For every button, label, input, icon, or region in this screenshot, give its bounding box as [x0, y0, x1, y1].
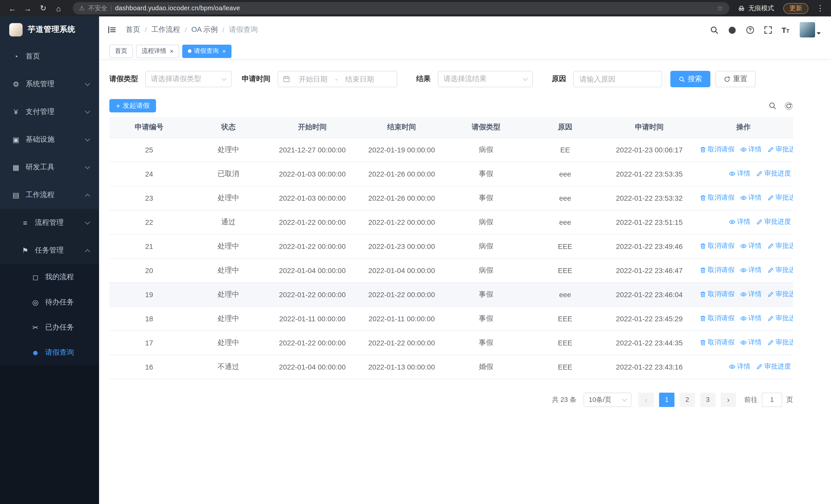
forward-button[interactable]: →: [22, 2, 34, 14]
detail-link[interactable]: 详情: [740, 314, 762, 323]
sidebar-item-payment[interactable]: ¥支付管理: [0, 98, 99, 126]
sidebar-item-infrastructure[interactable]: ▣基础设施: [0, 126, 99, 153]
tab-close-icon[interactable]: ×: [170, 48, 173, 55]
fullscreen-icon[interactable]: [764, 25, 772, 34]
sidebar-item-done-tasks[interactable]: ✂已办任务: [0, 315, 99, 340]
page-size-select[interactable]: 10条/页: [583, 392, 631, 407]
cancel-leave-link[interactable]: 取消请假: [699, 241, 735, 251]
security-label[interactable]: 不安全: [88, 4, 108, 12]
cancel-leave-link[interactable]: 取消请假: [699, 290, 735, 299]
detail-link[interactable]: 详情: [740, 145, 762, 154]
collapse-menu-icon[interactable]: [107, 25, 116, 34]
cell-apply-id: 21: [109, 234, 189, 258]
column-header: 开始时间: [268, 117, 357, 138]
detail-link[interactable]: 详情: [740, 290, 762, 299]
sidebar-item-label: 支付管理: [26, 107, 54, 117]
edit-icon: [756, 219, 763, 225]
goto-page-input[interactable]: [762, 392, 782, 407]
sidebar-item-todo-tasks[interactable]: ◎待办任务: [0, 290, 99, 315]
page-button-1[interactable]: 1: [659, 392, 675, 407]
reason-input[interactable]: [573, 71, 662, 87]
end-date-input[interactable]: [339, 75, 381, 83]
back-button[interactable]: ←: [6, 2, 19, 14]
sidebar-item-task-mgmt[interactable]: ⚑任务管理: [0, 237, 99, 264]
sidebar-item-workflow[interactable]: ▤工作流程: [0, 181, 99, 209]
cancel-leave-link[interactable]: 取消请假: [699, 193, 735, 203]
create-leave-button[interactable]: + 发起请假: [109, 99, 156, 112]
approval-progress-link[interactable]: 审批进度: [767, 193, 793, 203]
breadcrumb-item[interactable]: 工作流程: [151, 25, 180, 34]
approval-progress-link[interactable]: 审批进度: [767, 314, 793, 323]
next-page-button[interactable]: ›: [721, 392, 736, 407]
help-icon[interactable]: [746, 25, 754, 34]
table-refresh-icon[interactable]: [784, 101, 793, 110]
search-icon[interactable]: [710, 25, 718, 34]
detail-link[interactable]: 详情: [729, 217, 750, 227]
approval-progress-link[interactable]: 审批进度: [756, 169, 791, 178]
app-logo[interactable]: 芋道管理系统: [0, 17, 99, 42]
approval-progress-link[interactable]: 审批进度: [767, 290, 793, 299]
approval-progress-link[interactable]: 审批进度: [756, 362, 791, 371]
start-date-input[interactable]: [292, 75, 334, 83]
cell-end-time: 2022-01-19 00:00:00: [357, 138, 447, 162]
leave-type-select[interactable]: 请选择请假类型: [145, 71, 231, 87]
my-process-icon: ◻: [31, 273, 40, 281]
breadcrumb-item[interactable]: OA 示例: [192, 25, 218, 34]
browser-home-button[interactable]: ⌂: [52, 2, 65, 14]
approval-progress-link[interactable]: 审批进度: [767, 266, 793, 275]
tab-close-icon[interactable]: ×: [222, 48, 226, 55]
sidebar-item-home[interactable]: ◔首页: [0, 42, 99, 70]
detail-link[interactable]: 详情: [740, 241, 762, 251]
breadcrumb-item[interactable]: 首页: [126, 25, 140, 34]
leave-table: 申请编号状态开始时间结束时间请假类型原因申请时间操作 25处理中2021-12-…: [109, 117, 793, 379]
approval-progress-link[interactable]: 审批进度: [767, 338, 793, 347]
sidebar-item-process-mgmt[interactable]: ≡流程管理: [0, 209, 99, 237]
column-header: 操作: [694, 117, 793, 138]
refresh-icon: [724, 76, 730, 82]
sidebar-item-devtools[interactable]: ▦研发工具: [0, 153, 99, 181]
bookmark-star-icon[interactable]: ☆: [717, 4, 723, 12]
browser-menu-icon[interactable]: ⋮: [815, 4, 825, 13]
page-button-3[interactable]: 3: [700, 392, 716, 407]
font-size-large-glyph: T: [781, 26, 786, 34]
detail-link-label: 详情: [748, 145, 762, 154]
result-select[interactable]: 请选择流结果: [438, 71, 533, 87]
address-bar[interactable]: ⚠ 不安全 dashboard.yudao.iocoder.cn/bpm/oa/…: [73, 2, 729, 14]
sidebar-item-leave-query[interactable]: ☻请假查询: [0, 340, 99, 365]
url-text[interactable]: dashboard.yudao.iocoder.cn/bpm/oa/leave: [115, 5, 240, 12]
table-search-icon[interactable]: [768, 101, 777, 110]
edit-icon: [756, 363, 763, 370]
approval-progress-link[interactable]: 审批进度: [767, 145, 793, 154]
update-button[interactable]: 更新: [783, 3, 808, 13]
cancel-leave-link[interactable]: 取消请假: [699, 314, 735, 323]
cancel-leave-link[interactable]: 取消请假: [699, 338, 735, 347]
github-icon[interactable]: [727, 25, 736, 34]
chevron-up-icon: [85, 249, 90, 254]
user-menu[interactable]: [800, 22, 821, 37]
date-range-separator: -: [335, 75, 338, 83]
font-size-icon[interactable]: TT: [781, 26, 790, 34]
approval-progress-link[interactable]: 审批进度: [767, 241, 793, 251]
tab-process-detail[interactable]: 流程详情×: [136, 45, 179, 58]
detail-link[interactable]: 详情: [729, 362, 750, 371]
reload-button[interactable]: ↻: [37, 2, 49, 14]
detail-link[interactable]: 详情: [729, 169, 750, 178]
cell-leave-type: 病假: [447, 138, 525, 162]
detail-link[interactable]: 详情: [740, 266, 762, 275]
cell-apply-time: 2022-01-22 23:46:04: [605, 282, 694, 306]
sidebar-item-system[interactable]: ⚙系统管理: [0, 70, 99, 98]
detail-link[interactable]: 详情: [740, 338, 762, 347]
detail-link[interactable]: 详情: [740, 193, 762, 203]
reset-button[interactable]: 重置: [716, 71, 755, 87]
tab-leave-query[interactable]: 请假查询×: [182, 45, 231, 58]
cancel-leave-link[interactable]: 取消请假: [699, 145, 735, 154]
sidebar-item-my-process[interactable]: ◻我的流程: [0, 264, 99, 290]
cancel-leave-link[interactable]: 取消请假: [699, 266, 735, 275]
tab-home[interactable]: 首页: [109, 45, 133, 58]
prev-page-button[interactable]: ‹: [638, 392, 654, 407]
cell-start-time: 2022-01-03 00:00:00: [268, 162, 357, 186]
approval-progress-link[interactable]: 审批进度: [756, 217, 791, 227]
page-button-2[interactable]: 2: [680, 392, 695, 407]
apply-time-range-picker[interactable]: -: [278, 71, 397, 87]
search-button[interactable]: 搜索: [670, 71, 710, 87]
